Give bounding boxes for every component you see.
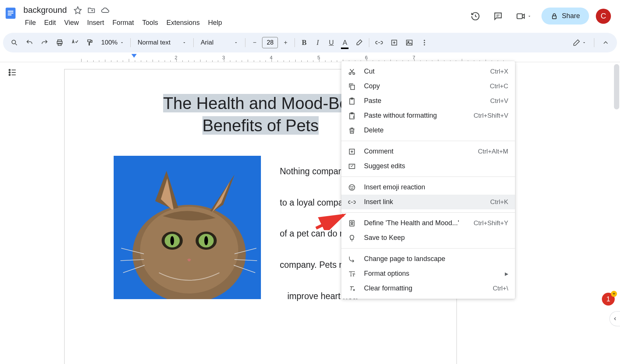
context-menu-delete[interactable]: Delete [341, 123, 515, 138]
menu-bar: File Edit View Insert Format Tools Exten… [21, 17, 464, 29]
paragraph-style-select[interactable]: Normal text [134, 37, 190, 48]
svg-point-16 [424, 44, 425, 45]
menu-edit[interactable]: Edit [40, 17, 60, 29]
context-menu-paste-plain[interactable]: Paste without formattingCtrl+Shift+V [341, 108, 515, 123]
ruler[interactable]: 234567 [0, 55, 620, 62]
paint-format-button[interactable] [83, 36, 97, 49]
bold-button[interactable]: B [298, 35, 310, 50]
svg-point-27 [170, 236, 174, 245]
context-menu-shortcut: Ctrl+X [490, 68, 508, 75]
context-menu-landscape[interactable]: Change page to landscape [341, 252, 515, 266]
keep-icon [348, 234, 357, 242]
share-button[interactable]: Share [541, 8, 589, 25]
context-menu-shortcut: Ctrl+V [490, 97, 508, 105]
landscape-icon [348, 255, 357, 263]
svg-rect-4 [517, 14, 522, 18]
context-menu-paste[interactable]: PasteCtrl+V [341, 94, 515, 108]
context-menu-shortcut: Ctrl+Alt+M [478, 148, 508, 155]
context-menu-label: Copy [364, 82, 490, 90]
redo-button[interactable] [38, 36, 51, 49]
star-icon[interactable] [74, 6, 82, 15]
search-button[interactable] [8, 36, 21, 49]
context-menu-emoji[interactable]: Insert emoji reaction [341, 180, 515, 195]
svg-point-19 [9, 74, 10, 75]
context-menu-cut[interactable]: CutCtrl+X [341, 64, 515, 79]
context-menu-keep[interactable]: Save to Keep [341, 230, 515, 245]
history-icon[interactable] [467, 8, 483, 24]
svg-rect-10 [88, 40, 91, 42]
svg-point-28 [204, 236, 208, 245]
font-select[interactable]: Arial [197, 37, 242, 48]
menu-extensions[interactable]: Extensions [163, 17, 204, 29]
context-menu-label: Comment [364, 147, 478, 155]
format-opt-icon [348, 270, 357, 278]
increase-font-button[interactable]: + [279, 36, 291, 49]
menu-view[interactable]: View [60, 17, 83, 29]
outline-toggle[interactable] [0, 62, 25, 362]
context-menu-suggest[interactable]: Suggest edits [341, 159, 515, 174]
font-value: Arial [200, 39, 213, 46]
context-menu-comment[interactable]: CommentCtrl+Alt+M [341, 144, 515, 159]
context-menu-shortcut: Ctrl+K [490, 198, 508, 206]
svg-rect-3 [8, 14, 12, 15]
svg-point-30 [353, 72, 355, 74]
text-color-button[interactable]: A [339, 36, 351, 50]
font-size-input[interactable] [262, 37, 278, 48]
svg-rect-5 [552, 16, 556, 18]
zoom-select[interactable]: 100% [98, 37, 127, 48]
collapse-toolbar-button[interactable] [599, 36, 612, 49]
decrease-font-button[interactable]: − [248, 36, 261, 49]
svg-rect-12 [407, 40, 412, 45]
cloud-status-icon[interactable] [101, 6, 110, 15]
document-title[interactable]: background [21, 5, 69, 16]
svg-point-17 [9, 69, 10, 71]
insert-image-button[interactable] [403, 36, 416, 49]
context-menu-label: Paste without formatting [364, 112, 473, 120]
move-icon[interactable] [87, 6, 96, 15]
highlight-button[interactable] [352, 36, 366, 49]
add-comment-button[interactable] [387, 36, 401, 49]
context-menu-label: Format options [364, 270, 505, 278]
emoji-icon [348, 184, 357, 191]
scrollbar[interactable] [614, 64, 619, 109]
toolbar: 100% Normal text Arial − + B I U A [3, 33, 617, 52]
docs-logo[interactable] [3, 3, 18, 23]
account-avatar[interactable]: C [596, 9, 611, 24]
badge-plus-icon: + [611, 291, 617, 297]
document-image[interactable] [114, 156, 261, 299]
menu-insert[interactable]: Insert [83, 17, 108, 29]
print-button[interactable] [53, 36, 66, 49]
context-menu-define[interactable]: Define 'The Health and Mood...'Ctrl+Shif… [341, 216, 515, 230]
context-menu-clear-format[interactable]: Clear formattingCtrl+\ [341, 281, 515, 296]
context-menu-label: Save to Keep [364, 234, 508, 242]
context-menu-shortcut: Ctrl+C [490, 83, 508, 90]
spellcheck-button[interactable] [68, 36, 82, 49]
menu-format[interactable]: Format [109, 17, 138, 29]
italic-button[interactable]: I [312, 35, 324, 50]
context-menu-format-opt[interactable]: Format options▶ [341, 266, 515, 281]
menu-file[interactable]: File [21, 17, 40, 29]
svg-point-38 [349, 184, 355, 190]
context-menu-link[interactable]: Insert linkCtrl+K [341, 195, 515, 209]
context-menu-label: Delete [364, 126, 508, 134]
context-menu-label: Clear formatting [364, 284, 493, 292]
underline-button[interactable]: U [325, 36, 337, 50]
insert-link-button[interactable] [372, 36, 386, 49]
undo-button[interactable] [23, 36, 36, 49]
context-menu-copy[interactable]: CopyCtrl+C [341, 79, 515, 94]
svg-rect-31 [351, 85, 355, 89]
meet-button[interactable] [513, 8, 535, 24]
svg-point-15 [424, 42, 425, 43]
menu-tools[interactable]: Tools [139, 17, 162, 29]
more-button[interactable] [418, 36, 431, 49]
paste-icon [348, 97, 357, 105]
define-icon [348, 220, 357, 227]
menu-help[interactable]: Help [204, 17, 226, 29]
comments-icon[interactable] [490, 8, 506, 24]
context-menu-label: Cut [364, 68, 490, 75]
heading-line-2: Benefits of Pets [202, 116, 319, 135]
editing-mode-button[interactable] [570, 36, 589, 49]
svg-point-29 [349, 72, 351, 74]
context-menu: CutCtrl+XCopyCtrl+CPasteCtrl+VPaste with… [341, 61, 515, 299]
svg-rect-2 [8, 12, 14, 13]
